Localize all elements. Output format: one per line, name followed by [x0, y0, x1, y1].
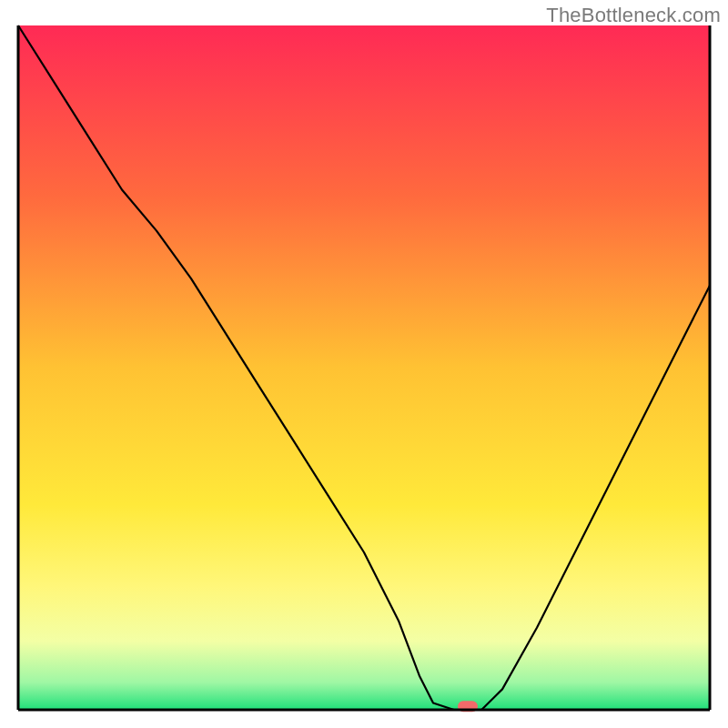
- gradient-background: [18, 25, 710, 710]
- bottleneck-chart: TheBottleneck.com: [0, 0, 728, 728]
- chart-canvas: [0, 0, 728, 728]
- watermark-text: TheBottleneck.com: [546, 4, 721, 27]
